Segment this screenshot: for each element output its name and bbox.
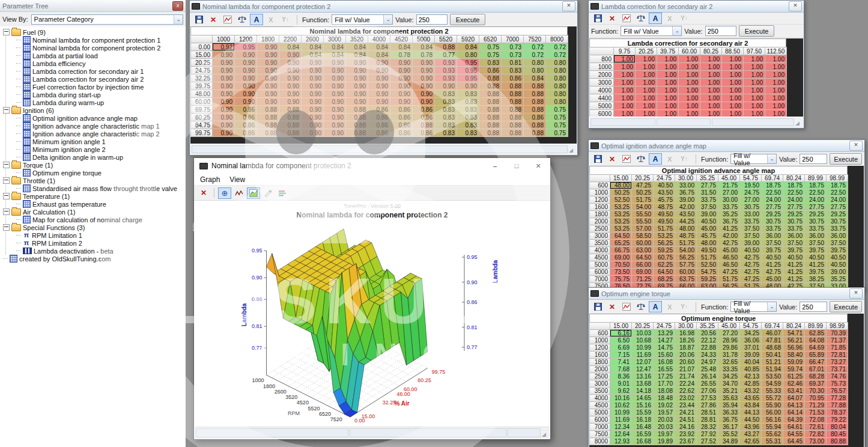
window-titlebar[interactable]: Optimal ignition advance angle map ✕ — [589, 140, 864, 152]
map-cell[interactable]: 55.31 — [762, 438, 783, 445]
map-cell[interactable]: 0.73 — [502, 51, 524, 59]
row-header[interactable]: 5000 — [590, 409, 610, 416]
map-cell[interactable]: 21.75 — [718, 182, 740, 189]
map-cell[interactable]: 0.88 — [479, 106, 502, 114]
map-cell[interactable]: 1.00 — [657, 94, 679, 102]
value-input[interactable] — [800, 302, 827, 312]
tree-item[interactable]: Nominal lambda for component protection … — [16, 44, 186, 52]
map-cell[interactable]: 0.72 — [546, 43, 568, 51]
map-cell[interactable]: 36.75 — [718, 218, 740, 225]
map-cell[interactable]: 50.25 — [610, 189, 632, 196]
map-cell[interactable]: 0.86 — [390, 121, 413, 129]
row-header[interactable]: 2000 — [590, 71, 614, 79]
map-cell[interactable]: 0.86 — [235, 121, 257, 129]
col-header[interactable]: 98.99 — [827, 323, 848, 330]
y-axis-icon[interactable]: Y↑ — [279, 14, 292, 25]
series-legend-icon[interactable] — [276, 187, 289, 199]
col-header[interactable]: 98.99 — [827, 175, 848, 182]
col-header[interactable]: 4000 — [368, 35, 390, 43]
map-cell[interactable]: 37.50 — [740, 225, 762, 233]
map-cell[interactable]: 68.25 — [654, 276, 675, 283]
col-header[interactable]: 97.50 — [744, 47, 765, 55]
map-cell[interactable]: 80.88 — [827, 438, 848, 445]
map-cell[interactable]: 0.83 — [457, 129, 479, 137]
map-cell[interactable]: 1.00 — [765, 63, 787, 71]
collapse-icon[interactable] — [3, 107, 10, 114]
collapse-icon[interactable] — [3, 224, 10, 231]
map-cell[interactable]: 0.86 — [390, 129, 413, 137]
col-header[interactable]: 60.00 — [679, 47, 700, 55]
map-cell[interactable]: 28.51 — [697, 409, 718, 416]
map-cell[interactable]: 0.72 — [524, 51, 546, 59]
map-cell[interactable]: 0.90 — [257, 59, 279, 67]
map-cell[interactable]: 64.07 — [783, 395, 805, 402]
map-cell[interactable]: 0.90 — [235, 82, 257, 90]
map-cell[interactable]: 1.00 — [722, 94, 744, 102]
map-cell[interactable]: 40.85 — [740, 366, 762, 373]
map-cell[interactable]: 57.75 — [675, 261, 697, 269]
map-cell[interactable]: 1.00 — [679, 94, 700, 102]
map-cell[interactable]: 72.61 — [805, 424, 827, 431]
map-cell[interactable]: 65.25 — [610, 240, 632, 247]
map-cell[interactable]: 28.96 — [718, 337, 740, 344]
map-cell[interactable]: 17.25 — [654, 373, 675, 380]
map-cell[interactable]: 0.88 — [524, 121, 546, 129]
map-cell[interactable]: 43.50 — [654, 189, 675, 196]
collapse-icon[interactable] — [3, 193, 10, 199]
col-header[interactable]: 35.25 — [697, 323, 718, 330]
map-cell[interactable]: 16.08 — [654, 359, 675, 366]
map-cell[interactable]: 26.14 — [697, 373, 718, 380]
row-header[interactable]: 32.25 — [191, 74, 213, 82]
tree-item[interactable]: Lambda correction for secondary air 2 — [16, 75, 186, 83]
map-cell[interactable]: 0.90 — [368, 82, 390, 90]
map-cell[interactable]: 27.75 — [762, 204, 783, 211]
map-cell[interactable]: 1.00 — [636, 102, 657, 110]
map-cell[interactable]: 41.25 — [783, 261, 805, 269]
map-cell[interactable]: 29.25 — [827, 211, 848, 218]
map-cell[interactable]: 0.90 — [257, 90, 279, 98]
map-cell[interactable]: 39.00 — [697, 211, 718, 218]
map-cell[interactable]: 68.28 — [805, 373, 827, 380]
parameter-tree-titlebar[interactable]: Parameter Tree x — [0, 0, 186, 12]
map-cell[interactable]: 33.75 — [697, 196, 718, 204]
map-cell[interactable]: 58.40 — [783, 351, 805, 359]
value-input[interactable] — [416, 14, 448, 25]
map-cell[interactable]: 0.90 — [324, 74, 346, 82]
map-cell[interactable]: 0.90 — [457, 82, 479, 90]
row-header[interactable]: 3500 — [590, 388, 610, 395]
map-cell[interactable]: 19.97 — [654, 431, 675, 438]
map-cell[interactable]: 0.90 — [279, 82, 302, 90]
map-cell[interactable]: 30.75 — [762, 218, 783, 225]
map-cell[interactable]: 40.50 — [740, 247, 762, 254]
map-cell[interactable]: 0.88 — [524, 90, 546, 98]
map-cell[interactable]: 9.01 — [610, 380, 632, 388]
map-cell[interactable]: 0.83 — [435, 129, 457, 137]
map-cell[interactable]: 0.88 — [502, 129, 524, 137]
map-cell[interactable]: 0.90 — [235, 51, 257, 59]
row-header[interactable]: 2500 — [590, 225, 610, 233]
map-cell[interactable]: 46.50 — [718, 254, 740, 261]
map-cell[interactable]: 24.75 — [740, 189, 762, 196]
map-cell[interactable]: 0.90 — [279, 51, 302, 59]
map-cell[interactable]: 70.95 — [805, 395, 827, 402]
map-cell[interactable]: 39.09 — [740, 351, 762, 359]
map-cell[interactable]: 62.46 — [783, 380, 805, 388]
map-cell[interactable]: 22.50 — [827, 189, 848, 196]
map-cell[interactable]: 0.90 — [324, 82, 346, 90]
map-cell[interactable]: 0.95 — [457, 59, 479, 67]
map-cell[interactable]: 11.69 — [610, 416, 632, 424]
map-cell[interactable]: 27.52 — [697, 438, 718, 445]
map-cell[interactable]: 37.50 — [762, 240, 783, 247]
map-cell[interactable]: 0.90 — [302, 90, 324, 98]
map-cell[interactable]: 35.25 — [718, 211, 740, 218]
map-cell[interactable]: 0.90 — [279, 90, 302, 98]
map-cell[interactable]: 36.17 — [718, 424, 740, 431]
map-cell[interactable]: 1.00 — [614, 63, 636, 71]
map-cell[interactable]: 7.68 — [610, 366, 632, 373]
map-cell[interactable]: 33.75 — [805, 225, 827, 233]
col-header[interactable]: 9.75 — [614, 47, 636, 55]
resize-grip[interactable]: ◢ — [542, 431, 548, 437]
map-cell[interactable]: 54.71 — [783, 330, 805, 337]
map-cell[interactable]: 48.75 — [675, 233, 697, 240]
map-cell[interactable]: 10.62 — [610, 402, 632, 409]
